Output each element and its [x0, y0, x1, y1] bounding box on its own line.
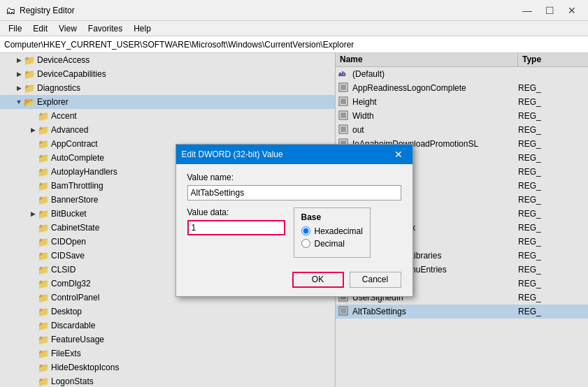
menu-bar: File Edit View Favorites Help [0, 21, 588, 36]
dialog-title: Edit DWORD (32-bit) Value [182, 149, 283, 159]
title-bar: 🗂 Registry Editor — ☐ ✕ [0, 0, 588, 21]
address-bar: Computer\HKEY_CURRENT_USER\SOFTWARE\Micr… [0, 36, 588, 53]
value-name-label: Value name: [187, 173, 401, 182]
edit-dword-dialog: Edit DWORD (32-bit) Value ✕ Value name: … [175, 144, 413, 297]
app-title: Registry Editor [20, 6, 75, 15]
data-base-row: Value data: Base Hexadecimal Decimal [187, 207, 401, 258]
menu-help[interactable]: Help [128, 22, 157, 35]
base-label: Base [301, 212, 363, 222]
hex-label[interactable]: Hexadecimal [315, 226, 363, 236]
dialog-body: Value name: Value data: Base Hexadecimal [176, 164, 413, 266]
dec-radio[interactable] [301, 239, 310, 248]
value-data-section: Value data: [187, 207, 285, 235]
maximize-button[interactable]: ☐ [539, 1, 560, 20]
dialog-close-button[interactable]: ✕ [390, 146, 407, 163]
dec-label[interactable]: Decimal [315, 239, 345, 249]
hex-radio[interactable] [301, 226, 310, 235]
dec-radio-row: Decimal [301, 239, 363, 249]
close-button[interactable]: ✕ [561, 1, 582, 20]
menu-view[interactable]: View [53, 22, 83, 35]
main-content: ▶ 📁 DeviceAccess ▶ 📁 DeviceCapabilities … [0, 53, 588, 387]
menu-file[interactable]: File [3, 22, 27, 35]
app-icon: 🗂 [6, 5, 15, 16]
value-data-input[interactable] [187, 220, 285, 235]
menu-favorites[interactable]: Favorites [83, 22, 128, 35]
dialog-footer: OK Cancel [176, 266, 413, 296]
ok-button[interactable]: OK [292, 272, 344, 288]
hex-radio-row: Hexadecimal [301, 226, 363, 236]
value-data-label: Value data: [187, 207, 285, 217]
base-group: Base Hexadecimal Decimal [294, 207, 371, 258]
menu-edit[interactable]: Edit [27, 22, 53, 35]
modal-overlay: Edit DWORD (32-bit) Value ✕ Value name: … [0, 53, 588, 387]
dialog-title-bar: Edit DWORD (32-bit) Value ✕ [176, 145, 413, 164]
window-controls: — ☐ ✕ [517, 1, 582, 20]
address-path: Computer\HKEY_CURRENT_USER\SOFTWARE\Micr… [4, 40, 354, 50]
minimize-button[interactable]: — [517, 1, 538, 20]
cancel-button[interactable]: Cancel [350, 272, 401, 288]
value-name-input[interactable] [187, 185, 401, 200]
